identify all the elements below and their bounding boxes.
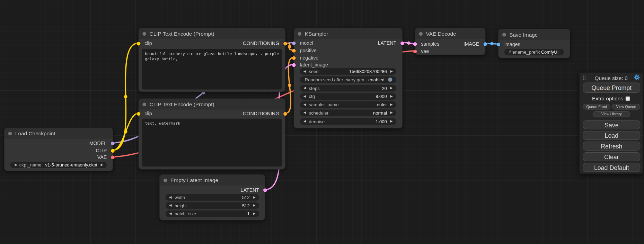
increment-arrow-icon[interactable]: ▶ [251,210,257,217]
decrement-arrow-icon[interactable]: ◀ [12,162,18,168]
image-output-port[interactable] [483,42,487,46]
decrement-arrow-icon[interactable]: ◀ [167,194,174,201]
widget-value: v1-5-pruned-emaonly.ckpt [45,162,98,167]
clip-input-port[interactable] [137,42,141,45]
width-widget[interactable]: ◀ width 512 ▶ [166,194,259,201]
increment-arrow-icon[interactable]: ▶ [388,93,395,100]
extra-options-row: Extra options [580,96,643,102]
node-clip-text-encode-negative[interactable]: CLIP Text Encode (Prompt) clip CONDITION… [139,99,285,170]
decrement-arrow-icon[interactable]: ◀ [301,118,308,125]
widget-name: Random seed after every gen [304,77,364,82]
conditioning-output-port[interactable] [283,42,287,45]
node-save-image[interactable]: Save Image images filename_prefix ComfyU… [498,29,570,58]
node-title-bar[interactable]: Save Image [499,29,570,40]
height-widget[interactable]: ◀ height 512 ▶ [166,202,259,209]
collapse-dot-icon[interactable] [419,32,423,36]
increment-arrow-icon[interactable]: ▶ [388,68,395,75]
view-history-button[interactable]: View History [593,111,630,117]
queue-prompt-button[interactable]: Queue Prompt [583,82,640,93]
clear-button[interactable]: Clear [583,152,640,161]
increment-arrow-icon[interactable]: ▶ [388,85,395,91]
output-label-latent: LATENT [241,187,259,193]
collapse-dot-icon[interactable] [142,32,146,36]
conditioning-output-port[interactable] [283,112,287,116]
denoise-widget[interactable]: ◀ denoise 1.000 ▶ [300,118,396,125]
increment-arrow-icon[interactable]: ▶ [251,194,257,201]
positive-input-port[interactable] [292,48,296,52]
increment-arrow-icon[interactable]: ▶ [388,101,395,108]
node-title-bar[interactable]: CLIP Text Encode (Prompt) [139,28,285,39]
collapse-dot-icon[interactable] [502,33,506,36]
negative-input-port[interactable] [292,56,296,60]
ckpt-name-widget[interactable]: ◀ ckpt_name v1-5-pruned-emaonly.ckpt ▶ [10,162,107,168]
latent-output-port[interactable] [263,188,267,192]
extra-options-label: Extra options [592,96,623,102]
clip-output-port[interactable] [111,149,115,153]
vae-output-port[interactable] [111,155,115,159]
node-ksampler[interactable]: KSampler model LATENT positive negative … [294,28,403,128]
filename-prefix-widget[interactable]: filename_prefix ComfyUI [504,49,564,55]
decrement-arrow-icon[interactable]: ◀ [167,202,174,209]
node-clip-text-encode-positive[interactable]: CLIP Text Encode (Prompt) clip CONDITION… [139,28,285,92]
increment-arrow-icon[interactable]: ▶ [388,110,395,116]
settings-gear-icon[interactable] [634,74,640,82]
collapse-dot-icon[interactable] [164,178,167,182]
view-queue-button[interactable]: View Queue [612,104,641,110]
decrement-arrow-icon[interactable]: ◀ [301,101,308,108]
clip-input-port[interactable] [137,112,141,116]
decrement-arrow-icon[interactable]: ◀ [167,210,174,217]
input-label-latent-image: latent_image [300,62,328,67]
queue-front-button[interactable]: Queue Front [583,104,610,110]
widget-value: 512 [242,203,251,208]
node-graph-canvas[interactable]: Load Checkpoint MODEL CLIP VAE ◀ ckpt_na… [0,0,644,244]
scheduler-widget[interactable]: ◀ scheduler normal ▶ [300,110,396,116]
input-label-vae: vae [421,48,429,54]
steps-widget[interactable]: ◀ steps 20 ▶ [300,85,396,91]
node-title-bar[interactable]: CLIP Text Encode (Prompt) [139,99,285,110]
samples-input-port[interactable] [413,42,417,46]
refresh-button[interactable]: Refresh [583,142,640,151]
collapse-dot-icon[interactable] [298,32,302,36]
model-output-port[interactable] [111,141,115,145]
node-load-checkpoint[interactable]: Load Checkpoint MODEL CLIP VAE ◀ ckpt_na… [4,128,113,171]
random-seed-toggle[interactable] [388,78,392,82]
prompt-textarea[interactable]: text, watermark [142,119,282,167]
save-button[interactable]: Save [583,120,640,129]
latent-output-port[interactable] [400,41,404,45]
increment-arrow-icon[interactable]: ▶ [388,118,395,125]
node-title-bar[interactable]: Load Checkpoint [5,128,113,139]
load-default-button[interactable]: Load Default [583,163,640,172]
output-label-conditioning: CONDITIONING [243,111,279,117]
widget-name: ckpt_name [18,162,41,167]
load-button[interactable]: Load [583,131,640,140]
seed-widget[interactable]: ◀ seed 156680208700286 ▶ [300,68,396,75]
cfg-widget[interactable]: ◀ cfg 8.000 ▶ [300,93,396,100]
decrement-arrow-icon[interactable]: ◀ [301,85,308,91]
images-input-port[interactable] [496,43,500,46]
node-title-bar[interactable]: KSampler [294,28,402,39]
sampler-name-widget[interactable]: ◀ sampler_name euler ▶ [300,101,396,108]
random-seed-widget[interactable]: Random seed after every gen enabled [300,76,396,83]
node-title-bar[interactable]: Empty Latent Image [160,175,265,186]
decrement-arrow-icon[interactable]: ◀ [301,68,308,75]
decrement-arrow-icon[interactable]: ◀ [301,110,308,116]
extra-options-checkbox[interactable] [626,97,630,101]
node-empty-latent-image[interactable]: Empty Latent Image LATENT ◀ width 512 ▶ … [159,174,265,220]
latent-image-input-port[interactable] [292,63,296,67]
output-label-clip: CLIP [96,147,107,153]
node-title-bar[interactable]: VAE Decode [415,28,485,39]
model-input-port[interactable] [292,41,296,45]
increment-arrow-icon[interactable]: ▶ [99,162,105,168]
vae-input-port[interactable] [413,49,417,53]
output-label-conditioning: CONDITIONING [243,40,279,46]
decrement-arrow-icon[interactable]: ◀ [301,93,308,100]
increment-arrow-icon[interactable]: ▶ [251,202,257,209]
collapse-dot-icon[interactable] [142,102,146,106]
batch-size-widget[interactable]: ◀ batch_size 1 ▶ [166,210,259,217]
widget-value: 1.000 [376,119,388,124]
prompt-textarea[interactable]: beautiful scenery nature glass bottle la… [142,49,282,89]
node-vae-decode[interactable]: VAE Decode samples IMAGE vae [415,28,485,55]
collapse-dot-icon[interactable] [8,132,12,135]
node-title: Empty Latent Image [170,177,218,183]
widget-value: 156680208700286 [349,69,388,74]
